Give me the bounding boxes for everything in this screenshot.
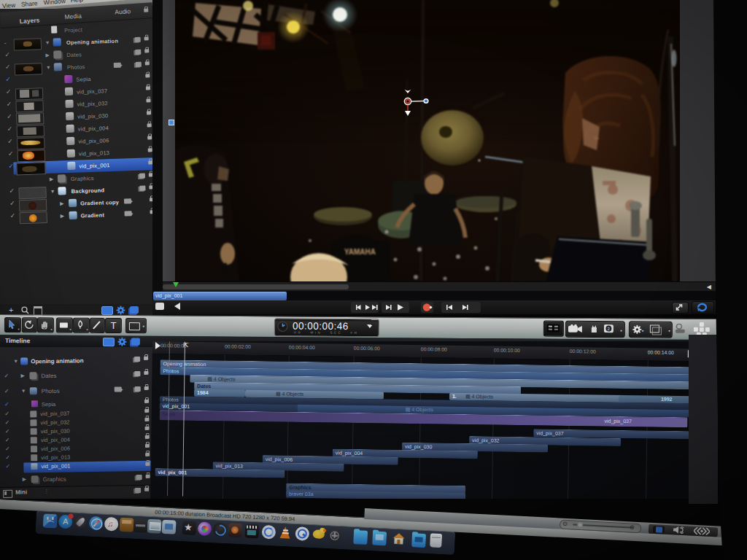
svg-text:YAMAHA: YAMAHA bbox=[344, 248, 376, 256]
